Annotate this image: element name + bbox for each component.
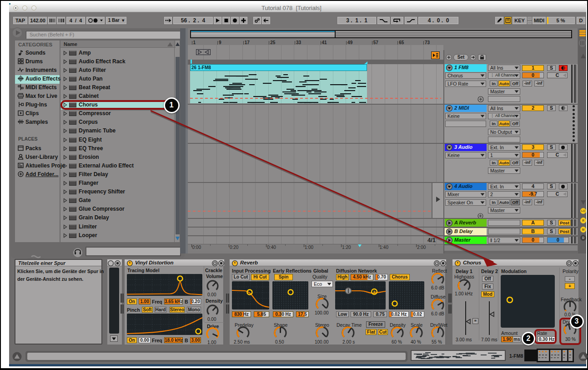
svg-text:2: 2	[373, 290, 375, 294]
